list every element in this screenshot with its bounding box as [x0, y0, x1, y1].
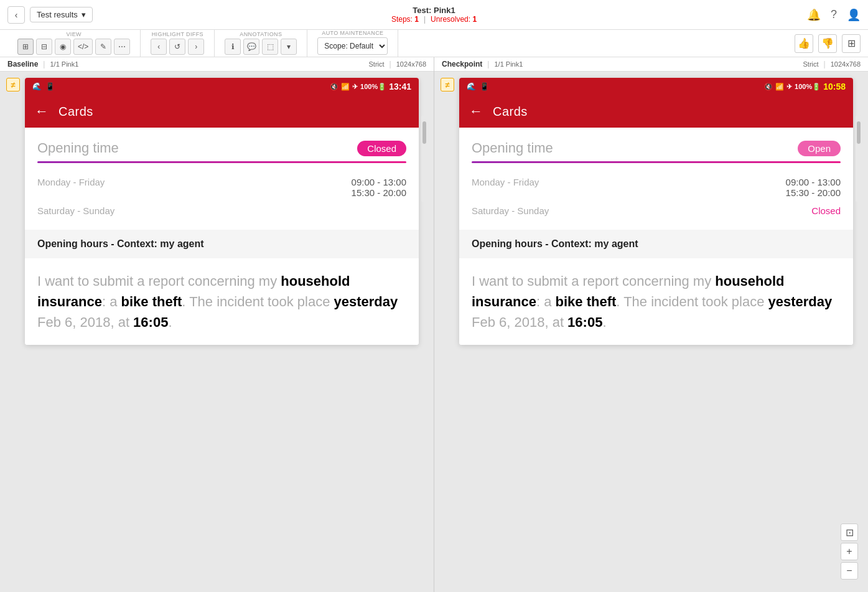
opening-time-label: Opening time	[37, 140, 119, 156]
zoom-fit-btn[interactable]: ⊡	[841, 524, 858, 541]
checkpoint-chat-content: I want to submit a report concerning my …	[459, 258, 853, 345]
bike-theft-bold: bike theft	[121, 294, 182, 309]
highlight-diffs-section: HIGHLIGHT DIFFS ‹ ↺ ›	[141, 30, 215, 57]
battery-label: 100%🔋	[360, 83, 386, 91]
app-bar-title: Cards	[58, 105, 93, 119]
yesterday-bold: yesterday	[768, 294, 833, 309]
zoom-controls: ⊡ + −	[841, 524, 858, 580]
hours-row-2: Saturday - Sunday Closed	[472, 202, 841, 220]
auto-maintenance-section: AUTO MAINTENANCE Scope: Default	[307, 30, 398, 57]
checkpoint-context-bar: Opening hours - Context: my agent	[459, 230, 853, 258]
view-controls: ⊞ ⊟ ◉ </> ✎ ⋯	[17, 39, 130, 55]
steps-label: Steps: 1	[391, 15, 419, 24]
scope-select[interactable]: Scope: Default	[317, 37, 388, 55]
thumbs-up-btn[interactable]: 👍	[795, 34, 813, 53]
toolbar: VIEW ⊞ ⊟ ◉ </> ✎ ⋯ HIGHLIGHT DIFFS ‹ ↺ ›…	[0, 30, 868, 57]
divider-line	[472, 161, 841, 163]
thumbs-down-btn[interactable]: 👎	[818, 34, 837, 53]
user-icon[interactable]: 👤	[847, 8, 861, 22]
top-bar: ‹ Test results ▾ Test: Pink1 Steps: 1 | …	[0, 0, 868, 30]
checkpoint-diff-badge: ≠	[441, 78, 454, 92]
view-more-btn[interactable]: ⋯	[114, 39, 130, 55]
checkpoint-app-bar: ← Cards	[459, 95, 853, 128]
baseline-context-bar: Opening hours - Context: my agent	[25, 230, 419, 258]
auto-maintenance-controls: Scope: Default	[317, 37, 388, 55]
checkpoint-info: 1/1 Pink1	[494, 60, 523, 68]
ann-more-btn[interactable]: ▾	[281, 39, 297, 55]
baseline-phone-panel: ≠ 🌊 📱 🔇 📶 ✈ 100%🔋	[0, 72, 434, 592]
opening-time-label: Opening time	[472, 140, 553, 156]
chevron-down-icon: ▾	[82, 10, 86, 19]
airplane-icon: ✈	[352, 83, 358, 91]
status-pill: Open	[798, 141, 841, 156]
highlight-controls: ‹ ↺ ›	[151, 39, 204, 55]
separator: |	[424, 15, 426, 24]
zoom-minus-btn[interactable]: −	[841, 562, 858, 580]
view-edit-btn[interactable]: ✎	[95, 39, 111, 55]
status-left-icons: 🌊 📱	[467, 82, 489, 91]
bell-icon[interactable]: 🔔	[807, 8, 821, 22]
checkpoint-size: 1024x768	[831, 60, 861, 68]
grid-btn[interactable]: ⊞	[842, 34, 861, 53]
annotations-section: ANNOTATIONS ℹ 💬 ⬚ ▾	[215, 30, 307, 57]
baseline-phone-frame: 🌊 📱 🔇 📶 ✈ 100%🔋 13:41 ←	[25, 78, 419, 345]
household-insurance-bold: household insurance	[37, 273, 350, 309]
baseline-header: Baseline | 1/1 Pink1 Strict | 1024x768	[0, 57, 434, 72]
view-split-btn[interactable]: ⊞	[17, 39, 34, 55]
view-code-btn[interactable]: </>	[73, 39, 93, 55]
back-arrow-icon: ←	[469, 103, 483, 120]
wave-icon: 🌊	[32, 82, 42, 91]
opening-time-row: Opening time Open	[472, 140, 841, 156]
status-time: 13:41	[389, 82, 411, 92]
test-results-dropdown[interactable]: Test results ▾	[30, 7, 93, 22]
zoom-plus-btn[interactable]: +	[841, 543, 858, 560]
help-icon[interactable]: ?	[831, 8, 837, 21]
back-arrow-icon: ←	[35, 103, 49, 120]
phone-icon: 📱	[45, 82, 55, 91]
back-button[interactable]: ‹	[7, 6, 25, 24]
opening-time-row: Opening time Closed	[37, 140, 406, 156]
baseline-mode: Strict	[368, 60, 384, 68]
ann-info-btn[interactable]: ℹ	[225, 39, 241, 55]
highlight-next-btn[interactable]: ›	[188, 39, 204, 55]
app-bar-title: Cards	[493, 105, 528, 119]
hours-day-2: Saturday - Sunday	[37, 205, 114, 216]
dropdown-label: Test results	[37, 10, 78, 19]
battery-label: 100%🔋	[795, 83, 821, 91]
wifi-icon: 📶	[775, 83, 784, 91]
highlight-diffs-label: HIGHLIGHT DIFFS	[152, 32, 203, 37]
baseline-diff-badge: ≠	[6, 78, 20, 92]
panels-container: Baseline | 1/1 Pink1 Strict | 1024x768 ≠…	[0, 57, 868, 592]
baseline-info: 1/1 Pink1	[50, 60, 78, 68]
status-right-icons: 🔇 📶 ✈ 100%🔋 13:41	[330, 82, 411, 92]
auto-maintenance-label: AUTO MAINTENANCE	[322, 31, 383, 36]
checkpoint-panel: Checkpoint | 1/1 Pink1 Strict | 1024x768…	[434, 57, 868, 592]
view-single-btn[interactable]: ⊟	[36, 39, 52, 55]
household-insurance-bold: household insurance	[472, 273, 785, 309]
status-left-icons: 🌊 📱	[32, 82, 55, 91]
baseline-panel: Baseline | 1/1 Pink1 Strict | 1024x768 ≠…	[0, 57, 434, 592]
highlight-prev-btn[interactable]: ‹	[151, 39, 167, 55]
wifi-icon: 📶	[341, 83, 350, 91]
checkpoint-mode: Strict	[803, 60, 818, 68]
checkpoint-header: Checkpoint | 1/1 Pink1 Strict | 1024x768	[434, 57, 868, 72]
status-time: 10:58	[823, 82, 846, 92]
hours-time-1: 09:00 - 13:00 15:30 - 20:00	[352, 177, 406, 198]
view-layers-btn[interactable]: ◉	[55, 39, 71, 55]
top-bar-left: ‹ Test results ▾	[7, 6, 93, 24]
ann-select-btn[interactable]: ⬚	[262, 39, 278, 55]
ann-comment-btn[interactable]: 💬	[243, 39, 259, 55]
test-title: Test: Pink1	[391, 6, 477, 15]
hours-row-1: Monday - Friday 09:00 - 13:00 15:30 - 20…	[37, 173, 406, 202]
checkpoint-label: Checkpoint	[442, 60, 482, 68]
checkpoint-phone-frame: 🌊 📱 🔇 📶 ✈ 100%🔋 10:58 ←	[459, 78, 853, 345]
view-label: VIEW	[66, 32, 82, 37]
hours-day-1: Monday - Friday	[37, 177, 105, 187]
airplane-icon: ✈	[786, 83, 792, 91]
hours-day-1: Monday - Friday	[472, 177, 539, 187]
unresolved-label: Unresolved: 1	[431, 15, 477, 24]
divider-line	[37, 161, 406, 163]
closed-text: Closed	[811, 205, 841, 216]
highlight-refresh-btn[interactable]: ↺	[169, 39, 185, 55]
top-bar-right: 🔔 ? 👤	[807, 8, 861, 22]
